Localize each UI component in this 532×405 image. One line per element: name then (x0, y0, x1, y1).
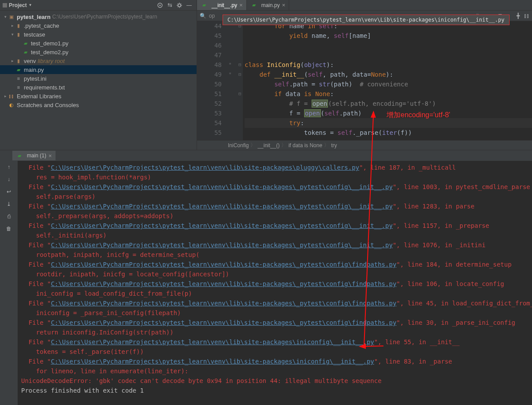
search-icon: 🔍 (200, 13, 206, 19)
file-icon: ≡ (15, 84, 22, 91)
file-icon: ≡ (15, 75, 22, 82)
python-icon: ▰ (250, 2, 257, 9)
tree-item[interactable]: ▰test_demo2.py (0, 48, 197, 56)
stacktrace-link[interactable]: C:\Users\User\PycharmProjects\pytest_lea… (51, 319, 396, 326)
stacktrace-link[interactable]: C:\Users\User\PycharmProjects\pytest_lea… (51, 242, 392, 249)
tree-item[interactable]: ▸▮venvlibrary root (0, 56, 197, 65)
stacktrace-link[interactable]: C:\Users\User\PycharmProjects\pytest_lea… (51, 261, 396, 268)
run-tool-window: ▰ main (1) × ↑ ↓ ↩ ⤓ ⎙ 🗑 File "C:\Users\… (0, 150, 532, 405)
user-annotation: 增加encoding='utf-8' (387, 110, 450, 120)
breadcrumb-item[interactable]: if data is None (288, 142, 322, 149)
project-tree[interactable]: ▾ ▣ pytest_learn C:\Users\User\PycharmPr… (0, 11, 197, 111)
breadcrumb-item[interactable]: IniConfig (228, 142, 249, 149)
editor-tab[interactable]: ▰__init__.py× (197, 0, 247, 10)
tree-item[interactable]: ▰main.py (0, 65, 197, 74)
close-icon[interactable]: × (282, 2, 286, 8)
up-stack-icon[interactable]: ↑ (4, 163, 13, 171)
search-input[interactable]: op (209, 13, 215, 19)
svg-point-2 (160, 4, 161, 6)
tree-item[interactable]: ▸▮.pytest_cache (0, 21, 197, 30)
project-header: Project ▼ ⇆ — (0, 0, 197, 11)
breadcrumb[interactable]: IniConfig〉__init__()〉if data is None〉try (197, 140, 532, 150)
delete-icon[interactable]: 🗑 (4, 224, 13, 233)
add-occurrence-icon[interactable]: ╋ (517, 13, 520, 19)
breadcrumb-item[interactable]: __init__() (257, 142, 279, 149)
stacktrace-link[interactable]: C:\Users\User\PycharmProjects\pytest_lea… (51, 183, 392, 190)
project-root[interactable]: ▾ ▣ pytest_learn C:\Users\User\PycharmPr… (0, 12, 197, 21)
run-tabs: ▰ main (1) × (0, 150, 532, 161)
stacktrace-link[interactable]: C:\Users\User\PycharmProjects\pytest_lea… (51, 300, 396, 307)
soft-wrap-icon[interactable]: ↩ (4, 187, 13, 196)
locate-icon[interactable] (155, 1, 165, 10)
down-stack-icon[interactable]: ↓ (4, 175, 13, 184)
editor-tab[interactable]: ▰main.py× (247, 0, 290, 10)
python-icon: ▰ (16, 152, 23, 159)
scratches-consoles[interactable]: ▸ ◐ Scratches and Consoles (0, 100, 197, 109)
select-all-icon[interactable]: ⫿⫿ (524, 13, 529, 19)
svg-point-3 (178, 4, 181, 7)
expand-all-icon[interactable]: ⇆ (165, 1, 175, 10)
stacktrace-link[interactable]: C:\Users\User\PycharmProjects\pytest_lea… (51, 280, 396, 287)
close-icon[interactable]: × (239, 2, 243, 8)
hide-icon[interactable]: — (184, 1, 194, 10)
tree-item[interactable]: ≡pytest.ini (0, 74, 197, 83)
editor: ▰__init__.py×▰main.py× 🔍 op lts ↑ ↓ ▢ ╋ … (197, 0, 532, 150)
folder-icon: ▮ (15, 31, 22, 38)
print-icon[interactable]: ⎙ (4, 212, 13, 221)
editor-tabs: ▰__init__.py×▰main.py× (197, 0, 532, 11)
project-tool-window: Project ▼ ⇆ — ▾ ▣ pytest_learn C:\Users\… (0, 0, 197, 150)
scroll-end-icon[interactable]: ⤓ (4, 200, 13, 208)
py-icon: ▰ (22, 40, 29, 47)
folder-icon: ▮ (15, 57, 22, 64)
folder-icon: ▮ (15, 22, 22, 29)
file-path-tooltip: C:\Users\User\PycharmProjects\pytest_lea… (223, 15, 510, 25)
svg-rect-0 (3, 3, 7, 7)
run-tab-main[interactable]: ▰ main (1) × (12, 151, 56, 160)
external-libraries[interactable]: ▸ ⫿⫿ External Libraries (0, 92, 197, 100)
stacktrace-link[interactable]: C:\Users\User\PycharmProjects\pytest_lea… (51, 338, 374, 346)
stacktrace-link[interactable]: C:\Users\User\PycharmProjects\pytest_lea… (51, 358, 374, 365)
close-icon[interactable]: × (48, 152, 52, 159)
py-icon: ▰ (22, 48, 29, 56)
tree-item[interactable]: ≡requirements.txt (0, 83, 197, 92)
python-icon: ▰ (201, 2, 208, 9)
stacktrace-link[interactable]: C:\Users\User\PycharmProjects\pytest_lea… (51, 222, 392, 229)
tree-item[interactable]: ▾▮testcase (0, 30, 197, 39)
console-output[interactable]: File "C:\Users\User\PycharmProjects\pyte… (18, 161, 532, 405)
stacktrace-link[interactable]: C:\Users\User\PycharmProjects\pytest_lea… (51, 203, 392, 210)
project-title[interactable]: Project ▼ (3, 2, 32, 8)
console-toolbar: ↑ ↓ ↩ ⤓ ⎙ 🗑 (0, 161, 18, 405)
py-icon: ▰ (15, 66, 22, 73)
stacktrace-link[interactable]: C:\Users\User\PycharmProjects\pytest_lea… (51, 164, 359, 171)
breadcrumb-item[interactable]: try (331, 142, 337, 149)
tree-item[interactable]: ▰test_demo1.py (0, 39, 197, 48)
code-editor[interactable]: 444546474849505152535455 ** ⊟⊟⊟⊟ 增加encod… (197, 21, 532, 140)
settings-icon[interactable] (175, 1, 184, 10)
